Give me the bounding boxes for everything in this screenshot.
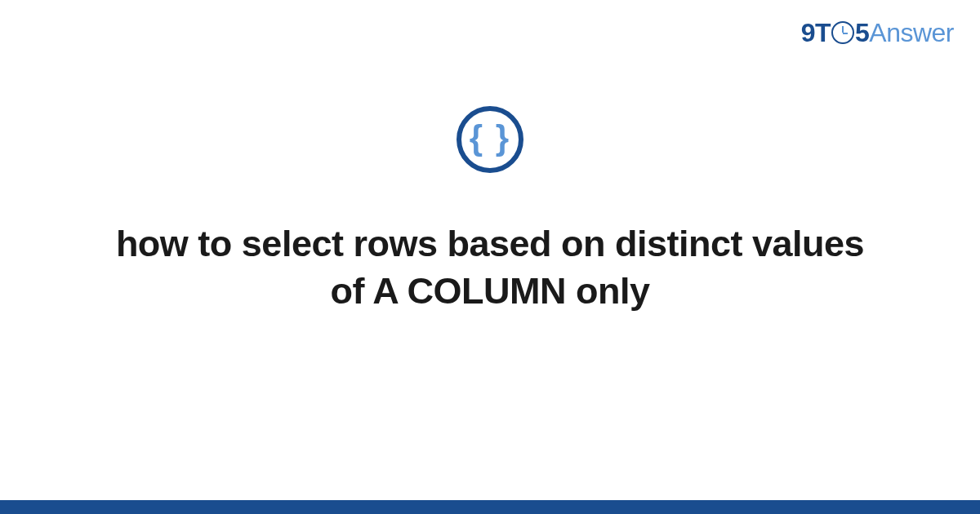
- footer-bar: [0, 500, 980, 514]
- clock-icon: [831, 21, 854, 44]
- logo-text-word: Answer: [869, 18, 954, 48]
- logo-text-prefix: 9T: [801, 18, 831, 48]
- braces-icon: { }: [470, 121, 510, 155]
- category-icon-circle: { }: [457, 106, 523, 173]
- main-content: { } how to select rows based on distinct…: [0, 106, 980, 314]
- question-title: how to select rows based on distinct val…: [98, 220, 882, 314]
- site-logo: 9T 5 Answer: [801, 18, 954, 48]
- logo-text-suffix: 5: [855, 18, 869, 48]
